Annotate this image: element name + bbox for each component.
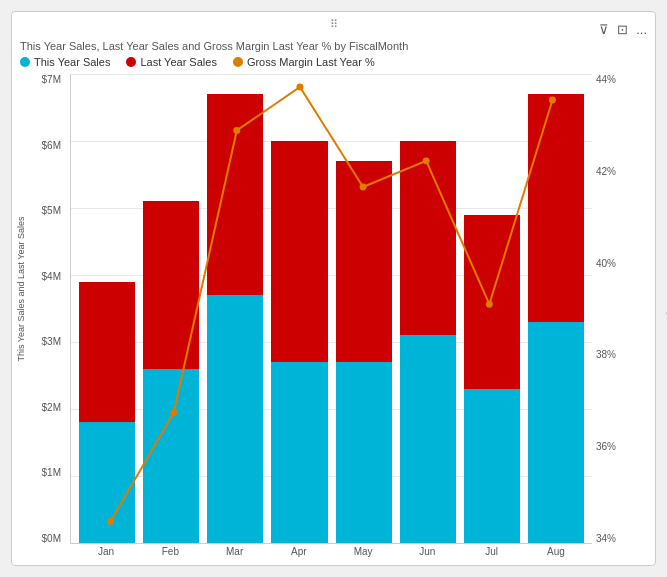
bar-segment-red [143, 201, 199, 368]
y-left-label-4m: $4M [42, 271, 61, 282]
bar-segment-red [79, 282, 135, 423]
bar-segment-cyan [464, 389, 520, 543]
y-axis-left: $7M $6M $5M $4M $3M $2M $1M $0M [20, 74, 65, 544]
x-label-jan: Jan [78, 546, 134, 557]
y-right-label-38: 38% [596, 349, 616, 360]
bar-segment-cyan [400, 335, 456, 543]
y-left-label-5m: $5M [42, 205, 61, 216]
bar-segment-cyan [528, 322, 584, 543]
legend-label-gross-margin: Gross Margin Last Year % [247, 56, 375, 68]
y-axis-right: 44% 43% 42% 41% 40% 39% 38% 37% 36% 35% … [592, 74, 660, 544]
y-left-label-7m: $7M [42, 74, 61, 85]
x-label-apr: Apr [271, 546, 327, 557]
bar-segment-cyan [271, 362, 327, 543]
bar-segment-red [464, 215, 520, 389]
y-right-label-44: 44% [596, 74, 616, 85]
bar-group [79, 74, 135, 543]
y-axis-left-label: This Year Sales and Last Year Sales [16, 216, 26, 361]
x-axis-labels: Jan Feb Mar Apr May Jun Jul Aug [20, 544, 647, 557]
legend-dot-cyan [20, 57, 30, 67]
y-right-label-42: 42% [596, 166, 616, 177]
chart-legend: This Year Sales Last Year Sales Gross Ma… [20, 56, 647, 68]
plot-area [70, 74, 592, 544]
x-label-jul: Jul [464, 546, 520, 557]
bar-segment-red [528, 94, 584, 322]
bar-group [271, 74, 327, 543]
legend-dot-red [126, 57, 136, 67]
y-right-label-34: 34% [596, 533, 616, 544]
y-left-label-0m: $0M [42, 533, 61, 544]
bar-segment-red [271, 141, 327, 362]
bar-segment-red [207, 94, 263, 295]
x-label-mar: Mar [207, 546, 263, 557]
chart-card: ⠿ ⊽ ⊡ ... This Year Sales, Last Year Sal… [11, 11, 656, 566]
bar-segment-cyan [336, 362, 392, 543]
y-left-label-6m: $6M [42, 140, 61, 151]
y-right-label-36: 36% [596, 441, 616, 452]
bar-group [336, 74, 392, 543]
bar-segment-red [336, 161, 392, 362]
bar-segment-cyan [207, 295, 263, 543]
chart-area: $7M $6M $5M $4M $3M $2M $1M $0M [20, 74, 647, 544]
legend-dot-orange [233, 57, 243, 67]
chart-title: This Year Sales, Last Year Sales and Gro… [20, 40, 647, 52]
legend-label-this-year: This Year Sales [34, 56, 110, 68]
bar-group [207, 74, 263, 543]
x-label-may: May [335, 546, 391, 557]
x-label-feb: Feb [142, 546, 198, 557]
y-right-label-40: 40% [596, 258, 616, 269]
x-label-jun: Jun [399, 546, 455, 557]
top-bar: ⠿ ⊽ ⊡ ... [20, 20, 647, 38]
bar-group [400, 74, 456, 543]
bar-group [528, 74, 584, 543]
legend-label-last-year: Last Year Sales [140, 56, 216, 68]
y-left-label-2m: $2M [42, 402, 61, 413]
legend-item-last-year: Last Year Sales [126, 56, 216, 68]
bar-group [143, 74, 199, 543]
bar-segment-red [400, 141, 456, 335]
drag-handle[interactable]: ⠿ [330, 18, 338, 31]
bars-container [71, 74, 592, 543]
expand-icon[interactable]: ⊡ [617, 22, 628, 37]
x-labels-row: Jan Feb Mar Apr May Jun Jul Aug [70, 546, 592, 557]
y-left-label-1m: $1M [42, 467, 61, 478]
legend-item-this-year: This Year Sales [20, 56, 110, 68]
y-left-label-3m: $3M [42, 336, 61, 347]
legend-item-gross-margin: Gross Margin Last Year % [233, 56, 375, 68]
bar-segment-cyan [143, 369, 199, 543]
filter-icon[interactable]: ⊽ [599, 22, 609, 37]
bar-group [464, 74, 520, 543]
bar-segment-cyan [79, 422, 135, 543]
more-icon[interactable]: ... [636, 22, 647, 37]
x-label-aug: Aug [528, 546, 584, 557]
